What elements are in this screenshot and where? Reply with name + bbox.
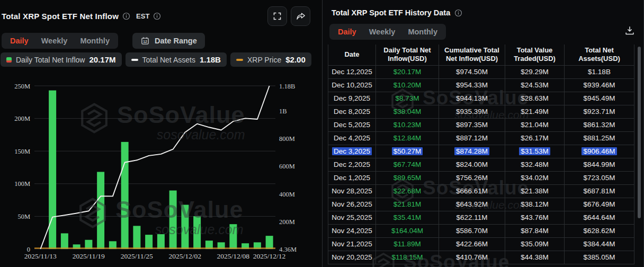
table-cell[interactable]: $874.28M [439,145,505,158]
table-cell[interactable]: Nov 20,2025 [328,251,376,264]
legend-chip-daily-total-net-inflow[interactable]: Daily Total Net Inflow20.17M [1,52,122,67]
table-cell[interactable]: $29.29M [505,65,565,78]
table-cell[interactable]: $28.63M [505,92,565,105]
fullscreen-button[interactable] [267,6,287,26]
table-cell[interactable]: $756.26M [439,171,505,184]
table-cell[interactable]: Nov 28,2025 [328,184,376,198]
table-cell[interactable]: $164.04M [376,224,439,237]
table-row[interactable]: Dec 9,2025$8.73M$944.13M$28.63M$945.49M [328,92,634,105]
table-cell[interactable]: Dec 8,2025 [328,105,376,118]
bar-2025/11/28[interactable] [157,234,165,249]
table-row[interactable]: Dec 10,2025$10.20M$954.33M$24.53M$939.46… [328,78,634,92]
table-cell[interactable]: $10.23M [376,118,439,131]
table-cell[interactable]: $666.61M [439,184,505,198]
table-row[interactable]: Nov 25,2025$35.41M$622.11M$43.76M$644.64… [328,211,634,224]
bar-2025/11/24[interactable] [121,142,129,249]
tab-weekly[interactable]: Weekly [364,26,400,38]
table-cell[interactable]: $622.11M [439,211,505,224]
table-cell[interactable]: $20.17M [376,65,439,78]
table-cell[interactable]: $410.76M [439,251,505,264]
table-cell[interactable]: $1.18B [565,65,634,78]
table-row[interactable]: Dec 5,2025$10.23M$897.35M$21.04M$861.32M [328,118,634,131]
table-cell[interactable]: $24.53M [505,78,565,92]
table-cell[interactable]: $35.41M [376,211,439,224]
table-cell[interactable]: $21.49M [505,105,565,118]
info-icon[interactable] [454,9,462,17]
bar-2025/12/03[interactable] [193,216,201,249]
table-cell[interactable]: Nov 26,2025 [328,198,376,211]
table-cell[interactable]: $11.89M [376,237,439,251]
table-cell[interactable]: Dec 5,2025 [328,118,376,131]
bar-2025/12/01[interactable] [169,191,177,249]
table-cell[interactable]: $21.38M [505,184,565,198]
table-cell[interactable]: $32.48M [505,158,565,171]
table-cell[interactable]: $38.12M [505,198,565,211]
table-cell[interactable]: $21.04M [505,118,565,131]
inflow-chart[interactable]: 050M100M150M200M250M4.36M200M400M600M800… [0,74,316,267]
table-cell[interactable]: $644.64M [565,211,634,224]
bar-2025/11/26[interactable] [145,235,153,249]
table-cell[interactable]: $35.09M [505,237,565,251]
table-cell[interactable]: Dec 3,2025 [328,145,376,158]
table-cell[interactable]: $50.27M [376,145,439,158]
table-cell[interactable]: $935.39M [439,105,505,118]
download-button[interactable] [624,25,636,39]
table-row[interactable]: Dec 1,2025$89.65M$756.26M$34.02M$723.05M [328,171,634,184]
table-cell[interactable]: $44.38M [505,251,565,264]
table-cell[interactable]: $939.46M [565,78,634,92]
table-row[interactable]: Nov 20,2025$118.15M$410.76M$44.38M$385.0… [328,251,634,264]
table-row[interactable]: Nov 28,2025$22.68M$666.61M$21.38M$687.81… [328,184,634,198]
table-cell[interactable]: Dec 10,2025 [328,78,376,92]
table-scrollbar[interactable] [638,47,641,218]
table-cell[interactable]: $954.33M [439,78,505,92]
table-row[interactable]: Nov 26,2025$21.81M$643.92M$38.12M$676.49… [328,198,634,211]
table-cell[interactable]: $676.49M [565,198,634,211]
table-cell[interactable]: $22.68M [376,184,439,198]
table-cell[interactable]: Nov 25,2025 [328,211,376,224]
table-cell[interactable]: Dec 12,2025 [328,65,376,78]
bar-2025/11/25[interactable] [133,226,140,249]
legend-chip-xrp-price[interactable]: XRP Price$2.00 [230,52,311,67]
tab-weekly[interactable]: Weekly [37,35,73,47]
tab-daily[interactable]: Daily [333,26,361,38]
share-button[interactable] [291,6,310,26]
tab-daily[interactable]: Daily [5,35,33,47]
bar-2025/11/20[interactable] [97,172,104,249]
table-cell[interactable]: $38.04M [376,105,439,118]
table-cell[interactable]: $897.35M [439,118,505,131]
bar-2025/11/17[interactable] [61,233,68,249]
table-cell[interactable]: $43.76M [505,211,565,224]
table-cell[interactable]: $881.25M [565,131,634,145]
table-row[interactable]: Dec 4,2025$12.84M$887.12M$26.17M$881.25M [328,131,634,145]
table-cell[interactable]: $26.17M [505,131,565,145]
table-cell[interactable]: Dec 1,2025 [328,171,376,184]
table-cell[interactable]: $586.70M [439,224,505,237]
table-cell[interactable]: $844.99M [565,158,634,171]
table-row[interactable]: Dec 3,2025$50.27M$874.28M$31.53M$906.46M [328,145,634,158]
table-cell[interactable]: $385.05M [565,251,634,264]
table-cell[interactable]: Nov 24,2025 [328,224,376,237]
table-cell[interactable]: $8.73M [376,92,439,105]
info-icon[interactable] [122,12,130,20]
table-cell[interactable]: Dec 2,2025 [328,158,376,171]
legend-chip-total-net-assets[interactable]: Total Net Assets1.18B [126,52,227,67]
table-cell[interactable]: $861.32M [565,118,634,131]
table-row[interactable]: Dec 8,2025$38.04M$935.39M$21.49M$923.71M [328,105,634,118]
bar-2025/11/19[interactable] [85,240,92,249]
table-cell[interactable]: $89.65M [376,171,439,184]
table-cell[interactable]: $906.46M [565,145,634,158]
table-cell[interactable]: Nov 21,2025 [328,237,376,251]
table-cell[interactable]: $118.15M [376,251,439,264]
tab-monthly[interactable]: Monthly [75,35,114,47]
table-cell[interactable]: $723.05M [565,171,634,184]
info-icon[interactable] [153,12,161,20]
table-cell[interactable]: $923.71M [565,105,634,118]
table-cell[interactable]: Dec 4,2025 [328,131,376,145]
tab-monthly[interactable]: Monthly [403,26,442,38]
bar-2025/12/08[interactable] [229,224,237,249]
table-cell[interactable]: $12.84M [376,131,439,145]
table-cell[interactable]: $384.44M [565,237,634,251]
table-cell[interactable]: $34.02M [505,171,565,184]
table-cell[interactable]: $21.81M [376,198,439,211]
table-cell[interactable]: $643.92M [439,198,505,211]
